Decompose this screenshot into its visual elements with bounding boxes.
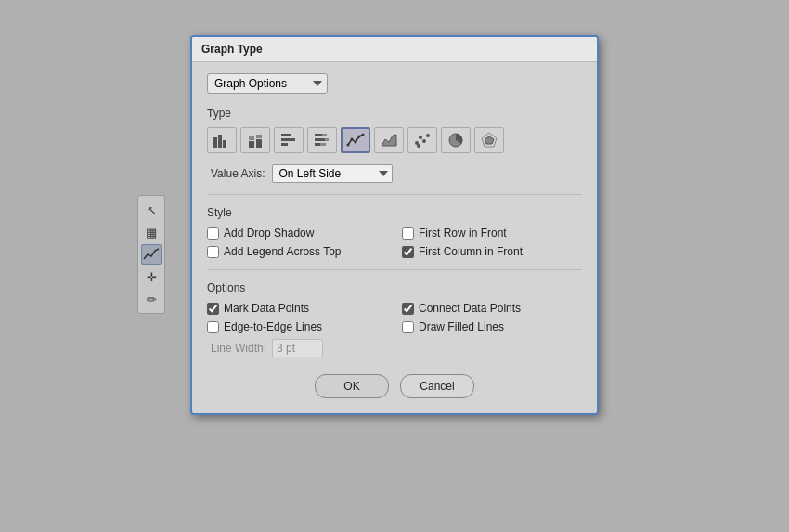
connect-data-points-label: Connect Data Points bbox=[419, 302, 521, 315]
style-label: Style bbox=[207, 206, 582, 219]
first-row-in-front-label: First Row in Front bbox=[419, 227, 507, 240]
type-label: Type bbox=[207, 107, 582, 120]
svg-point-23 bbox=[419, 136, 422, 139]
options-checkboxes: Mark Data Points Connect Data Points Edg… bbox=[207, 302, 582, 333]
first-column-in-front-item[interactable]: First Column in Front bbox=[402, 245, 582, 258]
draw-filled-lines-item[interactable]: Draw Filled Lines bbox=[402, 320, 582, 333]
svg-rect-1 bbox=[218, 135, 222, 148]
svg-rect-0 bbox=[213, 137, 217, 148]
add-drop-shadow-checkbox[interactable] bbox=[207, 227, 219, 240]
type-icons-row bbox=[207, 127, 582, 153]
left-toolbar: ↖ ▦ ✛ ✏ bbox=[137, 195, 165, 314]
value-axis-row: Value Axis: On Left Side On Right Side O… bbox=[211, 164, 582, 183]
style-section: Style Add Drop Shadow First Row in Front… bbox=[207, 206, 582, 258]
mark-data-points-item[interactable]: Mark Data Points bbox=[207, 302, 387, 315]
edge-to-edge-lines-item[interactable]: Edge-to-Edge Lines bbox=[207, 320, 387, 333]
edge-to-edge-lines-checkbox[interactable] bbox=[207, 321, 219, 333]
dialog-buttons: OK Cancel bbox=[207, 374, 582, 398]
line-width-input[interactable] bbox=[272, 339, 323, 357]
svg-point-26 bbox=[417, 144, 420, 148]
stacked-column-btn[interactable] bbox=[240, 127, 270, 153]
line-width-row: Line Width: bbox=[211, 339, 582, 357]
svg-rect-13 bbox=[325, 138, 329, 141]
add-legend-across-top-label: Add Legend Across Top bbox=[224, 245, 342, 258]
svg-point-24 bbox=[422, 139, 426, 143]
graph-type-dialog: Graph Type Graph Options Axis Options Sh… bbox=[190, 35, 599, 415]
mark-data-points-label: Mark Data Points bbox=[224, 302, 309, 315]
grouped-column-btn[interactable] bbox=[207, 127, 237, 153]
svg-rect-14 bbox=[315, 143, 320, 146]
type-section: Type bbox=[207, 107, 582, 183]
line-width-label: Line Width: bbox=[211, 342, 266, 355]
svg-point-25 bbox=[426, 134, 430, 137]
svg-rect-2 bbox=[223, 140, 226, 148]
first-column-in-front-checkbox[interactable] bbox=[402, 246, 414, 258]
graph-options-dropdown[interactable]: Graph Options Axis Options Shadow Option… bbox=[207, 73, 328, 94]
style-checkboxes: Add Drop Shadow First Row in Front Add L… bbox=[207, 227, 582, 258]
svg-rect-6 bbox=[256, 135, 262, 138]
svg-point-16 bbox=[347, 144, 350, 147]
svg-rect-4 bbox=[249, 136, 254, 140]
ok-button[interactable]: OK bbox=[315, 374, 389, 398]
add-drop-shadow-item[interactable]: Add Drop Shadow bbox=[207, 227, 387, 240]
pencil-icon[interactable]: ✏ bbox=[141, 289, 162, 309]
dropdown-row: Graph Options Axis Options Shadow Option… bbox=[207, 73, 582, 94]
svg-rect-11 bbox=[322, 134, 327, 136]
area-type-btn[interactable] bbox=[374, 127, 404, 153]
value-axis-label: Value Axis: bbox=[211, 167, 265, 180]
svg-rect-9 bbox=[281, 143, 288, 146]
svg-point-17 bbox=[351, 138, 354, 141]
first-row-in-front-item[interactable]: First Row in Front bbox=[402, 227, 582, 240]
svg-rect-8 bbox=[281, 138, 295, 141]
svg-rect-5 bbox=[256, 139, 262, 148]
dialog-title: Graph Type bbox=[192, 37, 597, 62]
select-tool-icon[interactable]: ↖ bbox=[141, 200, 162, 220]
svg-point-20 bbox=[362, 134, 365, 136]
svg-rect-3 bbox=[249, 141, 254, 148]
svg-marker-21 bbox=[382, 135, 396, 146]
options-section: Options Mark Data Points Connect Data Po… bbox=[207, 281, 582, 357]
connect-data-points-checkbox[interactable] bbox=[402, 303, 414, 315]
divider-1 bbox=[207, 194, 582, 195]
line-type-btn[interactable] bbox=[341, 127, 370, 153]
add-legend-across-top-item[interactable]: Add Legend Across Top bbox=[207, 245, 387, 258]
line-graph-tool-icon[interactable] bbox=[141, 244, 162, 265]
svg-rect-15 bbox=[320, 143, 326, 146]
value-axis-select[interactable]: On Left Side On Right Side On Both Sides bbox=[272, 164, 393, 183]
svg-point-19 bbox=[358, 136, 361, 138]
draw-filled-lines-label: Draw Filled Lines bbox=[419, 320, 504, 333]
svg-rect-12 bbox=[315, 138, 325, 141]
add-legend-across-top-checkbox[interactable] bbox=[207, 246, 219, 258]
add-drop-shadow-label: Add Drop Shadow bbox=[224, 227, 314, 240]
options-label: Options bbox=[207, 281, 582, 294]
divider-2 bbox=[207, 269, 582, 270]
first-row-in-front-checkbox[interactable] bbox=[402, 227, 414, 240]
pie-type-btn[interactable] bbox=[441, 127, 471, 153]
scatter-type-btn[interactable] bbox=[407, 127, 437, 153]
bar-btn[interactable] bbox=[274, 127, 304, 153]
draw-filled-lines-checkbox[interactable] bbox=[402, 321, 414, 333]
direct-select-icon[interactable]: ✛ bbox=[141, 266, 162, 287]
edge-to-edge-lines-label: Edge-to-Edge Lines bbox=[224, 320, 322, 333]
svg-point-18 bbox=[355, 141, 357, 144]
svg-marker-29 bbox=[485, 136, 494, 144]
stacked-bar-btn[interactable] bbox=[307, 127, 337, 153]
connect-data-points-item[interactable]: Connect Data Points bbox=[402, 302, 582, 315]
radar-type-btn[interactable] bbox=[474, 127, 504, 153]
first-column-in-front-label: First Column in Front bbox=[419, 245, 523, 258]
svg-rect-7 bbox=[281, 134, 291, 136]
graph-data-icon[interactable]: ▦ bbox=[141, 222, 162, 242]
mark-data-points-checkbox[interactable] bbox=[207, 303, 219, 315]
svg-rect-10 bbox=[315, 134, 322, 136]
cancel-button[interactable]: Cancel bbox=[400, 374, 474, 398]
